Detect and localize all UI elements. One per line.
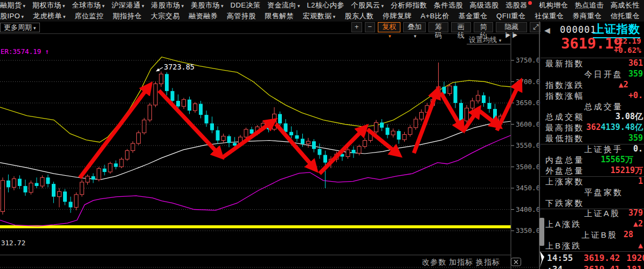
tick-time: 14:55: [547, 252, 573, 264]
menu-item-r2-6[interactable]: 高管持股: [227, 11, 256, 21]
toolbar-button-4[interactable]: 筹码: [428, 22, 448, 32]
menu-item-9[interactable]: 个股风云▾: [351, 1, 384, 10]
quote-row: 指数涨幅+0.: [541, 91, 644, 101]
period-dropdown-label: 更多周期: [4, 23, 32, 31]
menu-item-15[interactable]: 热点追击: [574, 1, 604, 10]
candle-body: [171, 91, 175, 101]
toolbar-button-6[interactable]: 简约: [474, 22, 494, 32]
menu-item-11[interactable]: 条件选股: [434, 1, 463, 10]
chevron-down-icon: ▾: [221, 3, 224, 9]
menu-item-10[interactable]: 分析师指数: [391, 1, 427, 10]
menu-item-r2-1[interactable]: 龙虎榜单▾: [33, 11, 66, 21]
menu-item-r2-8[interactable]: 宏观数据▾: [303, 11, 336, 21]
menu-item-label: 融期货: [0, 1, 22, 9]
menu-item-r2-9[interactable]: 股东人数: [344, 11, 373, 21]
candle-body: [386, 128, 390, 135]
candle-body: [295, 135, 299, 139]
menu-item-13[interactable]: 选股器: [505, 1, 532, 10]
menu-item-label: 停牌复牌: [383, 12, 412, 20]
candle-body: [233, 143, 237, 146]
candle-body: [301, 139, 304, 144]
chevron-down-icon: ▾: [63, 14, 66, 19]
toolbar-button-5[interactable]: 画线: [451, 22, 471, 32]
menu-item-7[interactable]: 资金流向▾: [267, 1, 300, 10]
menu-item-r2-4[interactable]: 大宗交易: [151, 11, 180, 21]
toolbar-button-0[interactable]: +: [351, 22, 362, 32]
menu-item-r2-10[interactable]: 停牌复牌: [383, 11, 412, 21]
candle-body: [52, 184, 56, 197]
menu-item-r2-11[interactable]: A+B比价: [421, 11, 449, 21]
tick-list: 14:553619.421920:343619.41181.: [541, 252, 644, 269]
menu-item-0[interactable]: 融期货▾: [0, 1, 26, 10]
candle-body: [165, 74, 169, 91]
quote-row: 最低指数359: [541, 133, 644, 144]
menu-item-16[interactable]: 高成长性: [611, 1, 640, 10]
quote-row-label: 平盘家数: [584, 187, 623, 198]
candle-body: [244, 129, 248, 137]
candle-body: [210, 123, 214, 130]
candle-body: [126, 151, 129, 160]
period-dropdown[interactable]: 更多周期▾: [0, 23, 40, 32]
back-arrow-icon[interactable]: ◀: [544, 26, 550, 35]
menu-item-r2-3[interactable]: 期指持仓: [113, 11, 142, 21]
menu-item-3[interactable]: 沪深港通▾: [112, 1, 144, 10]
menu-item-label: 券商重仓: [572, 12, 601, 20]
y-axis-label: 3750.00: [516, 56, 541, 64]
candle-body: [12, 179, 16, 188]
quote-row-label: 指数涨幅: [545, 91, 584, 101]
quote-row-value: 28: [624, 230, 633, 240]
menu-item-5[interactable]: 美股市场▾: [191, 1, 224, 10]
menu-item-r2-2[interactable]: 席位监控: [75, 11, 104, 21]
menu-item-label: 高管持股: [227, 12, 256, 20]
menu-item-r2-0[interactable]: 股IPO▾: [0, 11, 24, 21]
menu-item-label: 分析师指数: [391, 1, 427, 9]
quote-row: 上证换手0.: [541, 144, 644, 155]
candle-body: [142, 120, 146, 133]
candle-body: [114, 163, 118, 167]
menu-item-label: 全球市场: [72, 1, 101, 9]
quote-row: 下跌家数: [541, 198, 644, 209]
menu-item-1[interactable]: 期权市场▾: [32, 1, 65, 10]
menu-item-r2-7[interactable]: 限售解禁: [265, 11, 294, 21]
menu-item-14[interactable]: 机构增仓: [539, 1, 568, 10]
candle-body: [199, 104, 203, 115]
kline-chart[interactable]: 3750.003700.003650.003600.003550.003500.…: [0, 33, 541, 269]
stock-code: 000001: [560, 24, 596, 35]
menu-item-r2-14[interactable]: 社保重仓: [535, 11, 564, 21]
menu-item-label: 信托重仓: [611, 12, 640, 20]
panel-scrollbar[interactable]: [539, 218, 544, 246]
close-indicator-button[interactable]: [511, 258, 521, 266]
candle-body: [74, 195, 78, 208]
menu-item-4[interactable]: 港股市场▾: [151, 1, 184, 10]
menu-item-2[interactable]: 全球市场▾: [72, 1, 105, 10]
menu-item-12[interactable]: 高级选股: [469, 1, 498, 10]
candle-body: [459, 103, 463, 121]
ma-settings-button[interactable]: 设置均线 ▾: [469, 36, 502, 44]
top-menubar: 融期货▾期权市场▾全球市场▾沪深港通▾港股市场▾美股市场▾DDE决策资金流向▾L…: [0, 0, 644, 22]
toolbar-button-7[interactable]: 隐藏▶▶: [496, 22, 527, 32]
menu-item-r2-12[interactable]: 基金重仓: [459, 11, 488, 21]
chevron-down-icon: ▾: [142, 3, 144, 9]
menu-item-r2-16[interactable]: 信托重仓: [611, 11, 640, 21]
price-change-pct: +0.62%: [614, 46, 641, 54]
menu-item-label: QFII重仓: [496, 12, 525, 20]
quote-row: 总成交量3.08亿: [541, 101, 644, 112]
toolbar-button-3[interactable]: 叠加▾: [403, 22, 426, 32]
toolbar-button-1[interactable]: −: [365, 22, 376, 32]
candle-body: [482, 95, 486, 103]
high-annotation: 3723.85: [164, 63, 195, 71]
quote-rows: 最新指数361今日开盘359指数涨跌▲2指数涨幅+0.总成交量3.08亿总成交额…: [541, 58, 644, 251]
chevron-down-icon: ▾: [63, 3, 65, 9]
indicator-tools[interactable]: 改参数 加指标 换指标: [422, 258, 500, 266]
menu-item-6[interactable]: DDE决策: [231, 1, 261, 10]
menu-item-r2-15[interactable]: 券商重仓: [572, 11, 601, 21]
menu-item-label: 宏观数据: [303, 12, 332, 20]
menu-item-label: 沪深港通: [112, 1, 141, 9]
menu-item-8[interactable]: L2核心内参: [307, 1, 344, 10]
menu-item-r2-5[interactable]: 融资融券: [189, 11, 218, 21]
menu-item-r2-13[interactable]: QFII重仓: [496, 11, 525, 21]
menu-item-label: 机构增仓: [539, 1, 568, 9]
quote-row-label: 最高指数: [545, 122, 584, 133]
toolbar-button-2[interactable]: 复权▾: [378, 22, 400, 32]
boll-lower-line: [0, 135, 511, 226]
